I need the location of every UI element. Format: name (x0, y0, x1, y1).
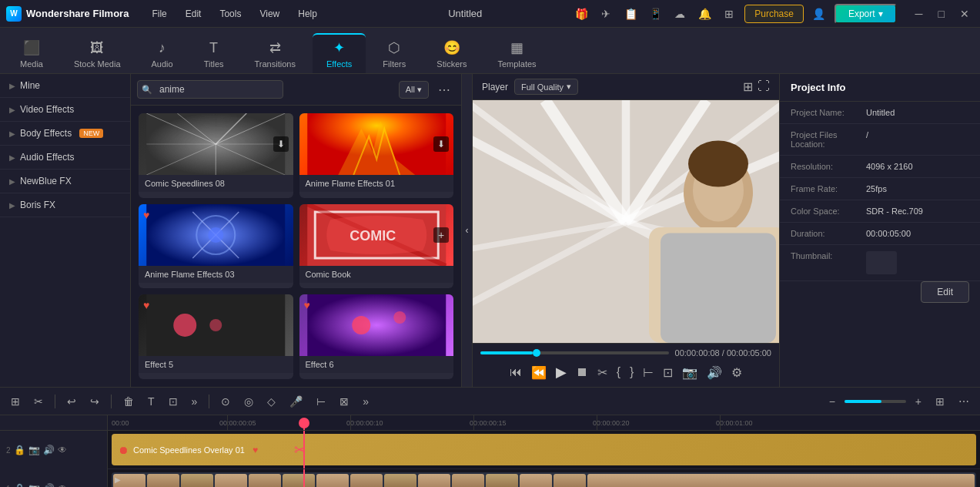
progress-bar[interactable] (480, 351, 669, 354)
track-1-eye-icon[interactable]: 👁 (58, 483, 67, 487)
crop-tl-button[interactable]: ⊡ (164, 393, 182, 410)
scene-detect-button[interactable]: ⊞ (6, 393, 25, 410)
account-icon[interactable]: 👤 (810, 5, 828, 23)
split-audio-button[interactable]: ⊢ (312, 393, 330, 410)
ripple-edit-button[interactable]: ⊙ (216, 393, 235, 410)
redo-button[interactable]: ↪ (85, 393, 104, 410)
layout-button[interactable]: ⊞ (931, 393, 949, 410)
sidebar-item-boris-fx[interactable]: ▶ Boris FX (0, 193, 130, 217)
voice-button[interactable]: 🎤 (285, 393, 307, 410)
frame-back-button[interactable]: ⏪ (530, 364, 548, 381)
menu-edit[interactable]: Edit (178, 5, 209, 22)
split-button[interactable]: ⊢ (641, 364, 655, 381)
skip-back-button[interactable]: ⏮ (508, 364, 523, 381)
track-1-camera-icon[interactable]: 📷 (28, 483, 40, 487)
tab-titles[interactable]: T Titles (190, 35, 238, 73)
tab-filters[interactable]: ⬡ Filters (369, 35, 420, 73)
menu-view[interactable]: View (252, 5, 287, 22)
sidebar-item-mine[interactable]: ▶ Mine (0, 74, 130, 98)
search-input[interactable] (137, 80, 283, 99)
current-time: 00:00:00:08 / 00:00:05:00 (675, 348, 771, 358)
send-icon[interactable]: ✈ (597, 5, 615, 23)
clip-button[interactable]: ✂ (596, 364, 609, 381)
effect-card-1[interactable]: ⬇ Comic Speedlines 08 (139, 113, 293, 198)
settings-button[interactable]: ⚙ (730, 364, 744, 381)
zoom-out-button[interactable]: − (824, 393, 840, 410)
volume-button[interactable]: 🔊 (705, 364, 724, 381)
marker-button[interactable]: ◇ (263, 393, 280, 410)
quality-dropdown[interactable]: Full Quality ▾ (514, 79, 578, 95)
overlay-button[interactable]: ⊠ (335, 393, 353, 410)
track-2-mic-icon[interactable]: 🔊 (43, 445, 55, 455)
effect-thumb-2: ⬇ (299, 113, 454, 175)
download-icon-1[interactable]: ⬇ (273, 136, 289, 152)
notes-icon[interactable]: 📋 (621, 5, 640, 23)
ruler-mark-1: 00:00:00:05 (219, 419, 256, 427)
track-1-clip[interactable]: ▶ (112, 472, 976, 487)
tab-transitions[interactable]: ⇄ Transitions (241, 35, 309, 73)
search-filter-dropdown[interactable]: All ▾ (399, 81, 429, 99)
tab-stickers[interactable]: 😊 Stickers (423, 35, 480, 73)
effect-card-4[interactable]: COMIC + Comic Book (299, 204, 454, 289)
fullscreen-icon[interactable]: ⛶ (758, 79, 770, 94)
effect-card-6[interactable]: ♥ Effect 6 (299, 294, 454, 379)
video-thumb-12 (486, 474, 518, 487)
effect-card-3[interactable]: ♥ Anime Flame Effects 03 (139, 204, 293, 289)
export-button[interactable]: Export ▾ (835, 4, 897, 24)
timeline-scroll-area[interactable]: 00:00 00:00:00:05 00:00:00:10 00:00:00:1… (108, 415, 980, 487)
tab-templates[interactable]: ▦ Templates (483, 35, 550, 73)
zoom-in-button[interactable]: + (911, 393, 926, 410)
track-2-camera-icon[interactable]: 📷 (28, 445, 40, 455)
bell-icon[interactable]: 🔔 (695, 5, 714, 23)
track-2-lock-icon[interactable]: 🔒 (14, 445, 25, 455)
speed-button[interactable]: ◎ (239, 393, 258, 410)
track-2-eye-icon[interactable]: 👁 (58, 445, 67, 455)
undo-button[interactable]: ↩ (62, 393, 81, 410)
cloud-icon[interactable]: ☁ (671, 5, 689, 23)
tab-stock-media[interactable]: 🖼 Stock Media (60, 35, 135, 73)
menu-file[interactable]: File (144, 5, 174, 22)
download-icon-2[interactable]: ⬇ (433, 136, 449, 152)
framerate-value: 25fps (866, 184, 969, 193)
delete-button[interactable]: 🗑 (119, 393, 139, 410)
grid-icon[interactable]: ⊞ (720, 5, 738, 23)
play-button[interactable]: ▶ (554, 362, 568, 382)
grid-view-icon[interactable]: ⊞ (743, 79, 753, 94)
sidebar-item-audio-effects[interactable]: ▶ Audio Effects (0, 146, 130, 170)
tab-media[interactable]: ⬛ Media (6, 35, 57, 73)
tab-audio[interactable]: ♪ Audio (138, 35, 187, 73)
menu-help[interactable]: Help (290, 5, 325, 22)
snapshot-button[interactable]: 📷 (681, 364, 699, 381)
effect-card-2[interactable]: ⬇ Anime Flame Effects 01 (299, 113, 454, 198)
effects-grid: ⬇ Comic Speedlines 08 ⬇ Anime Flame Effe… (131, 106, 461, 387)
sidebar-item-newblue-fx[interactable]: ▶ NewBlue FX (0, 170, 130, 193)
track-2-clip[interactable]: ⏺ Comic Speedlines Overlay 01 ♥ (112, 434, 976, 465)
close-button[interactable]: ✕ (955, 6, 974, 22)
search-more-button[interactable]: ⋯ (433, 81, 455, 99)
edit-thumbnail-button[interactable]: Edit (921, 281, 969, 303)
ripple-button[interactable]: ✂ (29, 393, 48, 410)
panel-collapse-handle[interactable]: ‹ (461, 74, 472, 387)
more-tools-button[interactable]: » (187, 393, 202, 410)
minimize-button[interactable]: ─ (911, 6, 928, 22)
sidebar-item-video-effects[interactable]: ▶ Video Effects (0, 98, 130, 122)
zoom-slider[interactable] (845, 400, 906, 403)
menu-tools[interactable]: Tools (212, 5, 249, 22)
plus-icon-4[interactable]: + (433, 227, 449, 243)
text-button[interactable]: T (143, 393, 159, 410)
gift-icon[interactable]: 🎁 (572, 5, 590, 23)
maximize-button[interactable]: □ (934, 6, 949, 22)
more-tl-button[interactable]: » (358, 393, 373, 410)
more-button[interactable]: ⋯ (954, 393, 974, 410)
sidebar-item-body-effects[interactable]: ▶ Body Effects NEW (0, 122, 130, 146)
tab-effects[interactable]: ✦ Effects (313, 33, 366, 73)
effect-card-5[interactable]: ♥ Effect 5 (139, 294, 293, 379)
crop-button[interactable]: ⊡ (661, 364, 674, 381)
phone-icon[interactable]: 📱 (646, 5, 664, 23)
mark-in-button[interactable]: { (615, 364, 622, 381)
track-1-mic-icon[interactable]: 🔊 (43, 483, 55, 487)
purchase-button[interactable]: Purchase (744, 5, 804, 23)
mark-out-button[interactable]: } (628, 364, 635, 381)
stop-button[interactable]: ⏹ (574, 364, 590, 381)
track-1-lock-icon[interactable]: 🔒 (14, 483, 25, 487)
